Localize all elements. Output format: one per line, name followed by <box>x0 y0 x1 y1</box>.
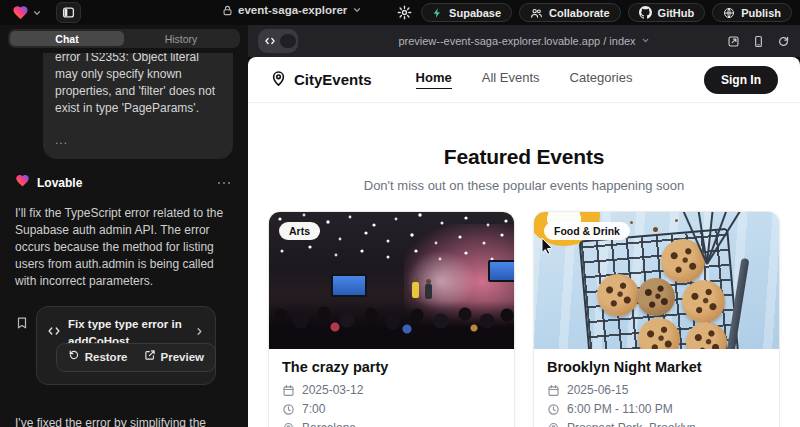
github-button[interactable]: GitHub <box>628 3 706 22</box>
chevron-down-icon <box>32 8 42 18</box>
settings-gear-icon[interactable] <box>395 3 414 22</box>
preview-url-bar: preview--event-saga-explorer.lovable.app… <box>248 25 800 57</box>
preview-panel: preview--event-saga-explorer.lovable.app… <box>248 25 800 427</box>
message-overflow-dots: ... <box>55 132 221 149</box>
nav-all-events[interactable]: All Events <box>482 70 540 89</box>
lock-icon <box>222 5 233 16</box>
project-name: event-saga-explorer <box>238 4 347 16</box>
supabase-button[interactable]: Supabase <box>421 3 512 22</box>
refresh-icon[interactable] <box>777 35 790 48</box>
hero-subtitle: Don't miss out on these popular events h… <box>248 178 800 193</box>
external-link-icon <box>144 349 156 366</box>
event-image-party: Arts <box>269 212 514 349</box>
top-bar: event-saga-explorer Supabase Collaborate <box>0 0 800 25</box>
mobile-view-icon[interactable] <box>752 35 765 48</box>
publish-button[interactable]: Publish <box>712 3 792 22</box>
site-preview: CityEvents Home All Events Categories Si… <box>248 57 800 427</box>
category-badge: Food & Drink <box>544 222 630 240</box>
chevron-down-icon <box>352 5 362 15</box>
event-title: The crazy party <box>282 359 501 375</box>
edit-summary-block: Fix type type error in addCoHost View co… <box>15 306 233 385</box>
assistant-name: Lovable <box>37 175 208 192</box>
chevron-down-icon[interactable] <box>641 35 650 47</box>
preview-button[interactable]: Preview <box>137 347 211 368</box>
event-date-row: 2025-06-15 <box>547 383 766 397</box>
code-icon <box>47 325 61 342</box>
app-window: event-saga-explorer Supabase Collaborate <box>0 0 800 427</box>
event-time-row: 7:00 <box>282 402 501 416</box>
topbar-actions: Supabase Collaborate GitHub Publish <box>395 3 792 22</box>
event-image-cookies: Food & Drink <box>534 212 779 349</box>
site-header: CityEvents Home All Events Categories Si… <box>248 57 800 103</box>
tab-history[interactable]: History <box>124 31 238 46</box>
event-card-crazy-party[interactable]: Arts The crazy party 2025-03-12 7:00 <box>268 211 515 427</box>
panel-left-icon <box>62 6 75 19</box>
globe-icon <box>723 7 735 19</box>
nav-categories[interactable]: Categories <box>570 70 633 89</box>
event-time-row: 6:00 PM - 11:00 PM <box>547 402 766 416</box>
hero-title: Featured Events <box>248 145 800 169</box>
calendar-icon <box>282 384 295 397</box>
event-title: Brooklyn Night Market <box>547 359 766 375</box>
clock-icon <box>282 403 295 416</box>
event-location-row: Prospect Park, Brooklyn <box>547 421 766 427</box>
map-pin-icon <box>282 422 295 427</box>
lovable-heart-icon <box>15 173 30 193</box>
nav-home[interactable]: Home <box>416 70 452 89</box>
lovable-logo-icon <box>12 4 29 21</box>
assistant-paragraph-2: I've fixed the error by simplifying the … <box>15 415 233 427</box>
event-date-row: 2025-03-12 <box>282 383 501 397</box>
sidebar-tabbar: Chat History <box>0 25 248 53</box>
map-pin-icon <box>270 70 287 90</box>
user-message-bubble: error TS2353: Object literal may only sp… <box>43 53 233 159</box>
site-brand[interactable]: CityEvents <box>270 70 372 90</box>
chat-scroll-area[interactable]: error TS2353: Object literal may only sp… <box>0 53 248 427</box>
toggle-knob <box>280 34 296 48</box>
lovable-menu-button[interactable] <box>8 2 46 23</box>
hero-section: Featured Events Don't miss out on these … <box>248 103 800 193</box>
event-location-row: Barcelona <box>282 421 501 427</box>
category-badge: Arts <box>279 222 320 240</box>
clock-icon <box>547 403 560 416</box>
event-card-night-market[interactable]: Food & Drink Brooklyn Night Market 2025-… <box>533 211 780 427</box>
github-icon <box>639 6 652 19</box>
chevron-right-icon <box>194 325 205 342</box>
tab-chat[interactable]: Chat <box>10 31 124 46</box>
calendar-icon <box>547 384 560 397</box>
assistant-header: Lovable <box>15 173 233 193</box>
preview-url: preview--event-saga-explorer.lovable.app… <box>248 35 800 47</box>
people-icon <box>530 7 543 19</box>
restore-button[interactable]: Restore <box>61 347 135 368</box>
bookmark-icon[interactable] <box>15 316 29 335</box>
sign-in-button[interactable]: Sign In <box>704 66 778 94</box>
supabase-bolt-icon <box>432 7 443 19</box>
project-switcher[interactable]: event-saga-explorer <box>222 4 362 16</box>
user-message-text: error TS2353: Object literal may only sp… <box>55 53 221 117</box>
rotate-ccw-icon <box>68 349 80 366</box>
code-icon <box>260 31 280 51</box>
collaborate-button[interactable]: Collaborate <box>519 3 621 22</box>
code-view-toggle[interactable] <box>258 29 298 53</box>
chat-sidebar: Chat History error TS2353: Object litera… <box>0 25 248 427</box>
message-menu-icon[interactable] <box>215 179 234 188</box>
map-pin-icon <box>547 422 560 427</box>
open-in-new-tab-icon[interactable] <box>727 35 740 48</box>
assistant-paragraph-1: I'll fix the TypeScript error related to… <box>15 205 233 290</box>
version-toolbar: Restore Preview <box>56 343 216 372</box>
toggle-sidebar-button[interactable] <box>56 2 81 23</box>
event-cards: Arts The crazy party 2025-03-12 7:00 <box>248 211 800 427</box>
